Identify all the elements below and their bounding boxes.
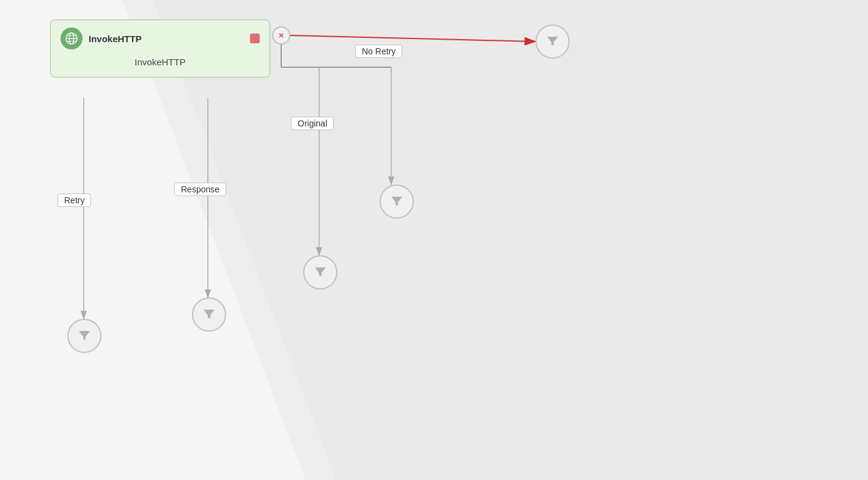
invoke-title-area: InvokeHTTP [61,27,142,49]
filter-node-5[interactable] [67,319,101,353]
invoke-http-node[interactable]: InvokeHTTP InvokeHTTP [50,20,270,78]
filter-node-3[interactable] [303,255,337,289]
invoke-node-title: InvokeHTTP [89,34,142,44]
retry-label: Retry [57,194,91,207]
stop-button[interactable] [250,34,260,43]
response-label: Response [174,183,226,196]
invoke-node-header: InvokeHTTP [61,27,260,49]
original-label: Original [291,117,334,130]
invoke-node-label: InvokeHTTP [134,57,185,67]
filter-node-4[interactable] [192,297,226,332]
svg-line-2 [290,35,535,42]
filter-node-2[interactable] [380,184,414,219]
error-connector[interactable]: × [272,26,290,45]
no-retry-label: No Retry [355,45,402,58]
x-icon: × [279,31,284,40]
globe-icon [61,27,83,49]
filter-node-1[interactable] [535,24,570,59]
